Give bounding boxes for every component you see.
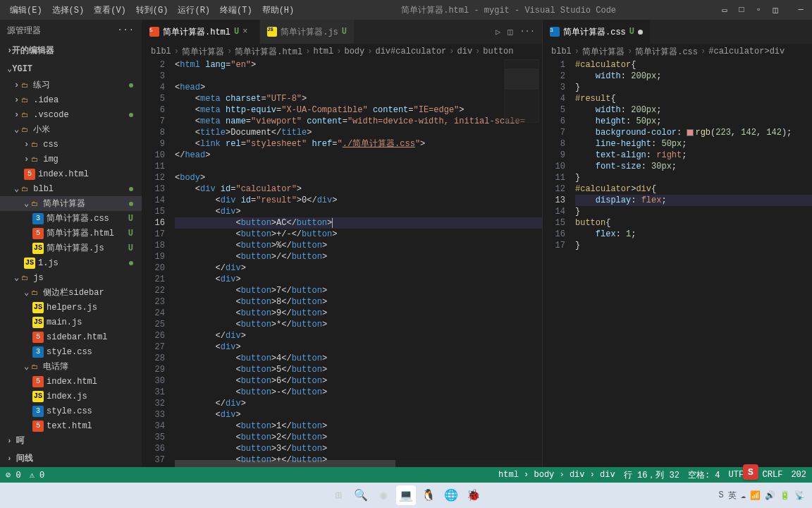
minimap[interactable]	[504, 59, 539, 123]
file-item[interactable]: 3style.css	[0, 404, 142, 418]
menu-item[interactable]: 帮助(H)	[258, 3, 299, 18]
file-icon: JS	[267, 27, 277, 37]
editor-tab[interactable]: JS简单计算器.js U	[260, 20, 355, 44]
section-label: 开的编辑器	[12, 44, 54, 56]
code-editor[interactable]: 2345678910111213141516171819202122232425…	[142, 59, 542, 467]
menu-item[interactable]: 编辑(E)	[6, 3, 47, 18]
folder-item[interactable]: ›🗀.idea	[0, 92, 142, 107]
file-item[interactable]: JS1.js	[0, 255, 142, 270]
breadcrumb-item[interactable]: 简单计算器.css	[635, 46, 698, 58]
tray-icon[interactable]: 🔊	[765, 490, 775, 501]
breadcrumb[interactable]: blbl›简单计算器›简单计算器.css›#calculator>div	[543, 44, 812, 59]
status-errors[interactable]: ⊘ 0	[6, 470, 21, 480]
file-item[interactable]: JS简单计算器.jsU	[0, 241, 142, 255]
taskbar-app-icon[interactable]: 💻	[396, 485, 416, 505]
file-icon: 3	[32, 213, 44, 224]
breadcrumb-item[interactable]: blbl	[151, 47, 171, 56]
modified-dot	[129, 202, 133, 206]
menu-item[interactable]: 转到(G)	[132, 3, 173, 18]
editor-tab[interactable]: 3简单计算器.css U	[543, 20, 651, 44]
tray-icon[interactable]: 📶	[750, 490, 761, 501]
taskbar-app-icon[interactable]: 🔍	[351, 485, 371, 505]
close-icon[interactable]: ×	[242, 27, 252, 37]
more-icon[interactable]: ···	[519, 27, 535, 37]
menu-item[interactable]: 终端(T)	[216, 3, 257, 18]
folder-item[interactable]: ⌄🗀js	[0, 270, 142, 285]
file-item[interactable]: JSindex.js	[0, 389, 142, 404]
menu-item[interactable]: 运行(R)	[173, 3, 214, 18]
folder-icon: 🗀	[19, 109, 30, 121]
menu-item[interactable]: 选择(S)	[48, 3, 89, 18]
breadcrumb[interactable]: blbl›简单计算器›简单计算器.html›html›body›div#calc…	[142, 44, 542, 59]
layout-icon[interactable]: ▫	[753, 4, 764, 16]
split-icon[interactable]: ◫	[508, 27, 512, 37]
file-item[interactable]: 3简单计算器.cssU	[0, 211, 142, 226]
status-spaces[interactable]: 空格: 4	[688, 469, 720, 481]
folder-item[interactable]: ›🗀.vscode	[0, 107, 142, 122]
tray-icon[interactable]: 📡	[794, 490, 805, 501]
editor-left: 5简单计算器.html U×JS简单计算器.js U ▷ ◫ ··· blbl›…	[142, 20, 543, 467]
folder-item[interactable]: ›🗀练习	[0, 78, 142, 92]
editor-tab[interactable]: 5简单计算器.html U×	[142, 20, 260, 44]
breadcrumb-item[interactable]: 简单计算器.html	[235, 46, 302, 58]
folder-item[interactable]: ⌄🗀小米	[0, 122, 142, 137]
folder-item[interactable]: ⌄🗀侧边栏sidebar	[0, 285, 142, 300]
folder-icon: 🗀	[29, 361, 40, 373]
folder-item[interactable]: ›🗀css	[0, 137, 142, 152]
tab-label: 简单计算器.js	[281, 26, 338, 38]
code-editor[interactable]: 1234567891011121314151617 #calculator{ w…	[543, 59, 812, 467]
outline-section[interactable]: › 呵	[0, 432, 142, 449]
breadcrumb-item[interactable]: div#calculator	[375, 47, 446, 56]
minimize-icon[interactable]: ─	[795, 4, 806, 16]
file-item[interactable]: 5index.html	[0, 167, 142, 181]
breadcrumb-item[interactable]: body	[344, 47, 364, 56]
layout-split-icon[interactable]: ◫	[770, 4, 781, 16]
folder-item[interactable]: ⌄🗀blbl	[0, 181, 142, 196]
taskbar-app-icon[interactable]: 🐧	[419, 485, 438, 505]
timeline-section[interactable]: › 间线	[0, 449, 142, 467]
root-folder[interactable]: ⌄ YGIT	[0, 61, 142, 76]
breadcrumb-item[interactable]: 简单计算器	[582, 46, 625, 58]
breadcrumb-item[interactable]: #calculator>div	[708, 47, 785, 56]
file-item[interactable]: 5sidebar.html	[0, 329, 142, 344]
run-icon[interactable]: ▷	[496, 27, 500, 37]
layout-icon[interactable]: ▭	[719, 4, 730, 16]
layout-icon[interactable]: □	[736, 4, 747, 16]
status-warnings[interactable]: ⚠ 0	[30, 470, 45, 480]
file-item[interactable]: JShelpers.js	[0, 300, 142, 315]
breadcrumb-item[interactable]: button	[483, 47, 513, 56]
folder-item[interactable]: ›🗀img	[0, 152, 142, 167]
status-path[interactable]: html › body › div › div	[498, 470, 615, 480]
file-item[interactable]: 5text.html	[0, 418, 142, 432]
status-extra: 202	[791, 470, 806, 480]
folder-item[interactable]: ⌄🗀电话簿	[0, 359, 142, 374]
scrollbar-horizontal[interactable]	[175, 460, 542, 467]
menu-item[interactable]: 查看(V)	[90, 3, 130, 18]
more-icon[interactable]: ···	[117, 25, 135, 35]
taskbar-app-icon[interactable]: 🌐	[441, 485, 461, 505]
tray-icon[interactable]: 🔋	[780, 490, 790, 501]
file-item[interactable]: 5index.html	[0, 374, 142, 389]
taskbar-app-icon[interactable]: ◉	[374, 485, 393, 505]
tray-icon[interactable]: 英	[728, 490, 737, 502]
taskbar-app-icon[interactable]: ⊞	[328, 485, 348, 505]
breadcrumb-item[interactable]: html	[313, 47, 333, 56]
tray-icon[interactable]: ☁	[741, 490, 746, 501]
folder-item[interactable]: ⌄🗀简单计算器	[0, 196, 142, 211]
status-eol[interactable]: CRLF	[763, 470, 783, 480]
breadcrumb-item[interactable]: 简单计算器	[182, 46, 224, 58]
window-title: 简单计算器.html - mygit - Visual Studio Code	[298, 4, 719, 16]
taskbar-app-icon[interactable]: 🐞	[464, 485, 484, 505]
status-position[interactable]: 行 16，列 32	[624, 469, 679, 481]
file-item[interactable]: JSmain.js	[0, 315, 142, 329]
file-item[interactable]: 5简单计算器.htmlU	[0, 226, 142, 241]
open-editors-section[interactable]: › 开的编辑器	[0, 42, 142, 59]
ime-badge[interactable]: S	[743, 464, 758, 480]
folder-icon: 🗀	[19, 183, 30, 195]
item-label: index.js	[47, 392, 136, 401]
file-icon: 5	[32, 421, 44, 432]
breadcrumb-item[interactable]: div	[457, 47, 473, 56]
tray-icon[interactable]: S	[719, 490, 724, 500]
breadcrumb-item[interactable]: blbl	[551, 47, 572, 56]
file-item[interactable]: 3style.css	[0, 344, 142, 359]
